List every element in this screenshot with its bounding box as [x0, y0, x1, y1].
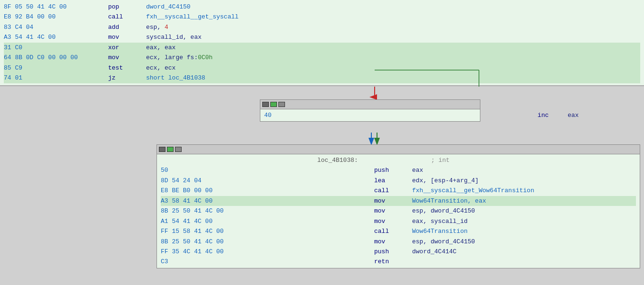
operand: eax, eax	[146, 43, 175, 53]
operand: ecx, ecx	[146, 63, 175, 73]
mnemonic: mov	[108, 32, 146, 42]
mnemonic: mov	[108, 53, 146, 62]
operand: esp, 4	[146, 22, 168, 32]
operand: short loc_4B1038	[146, 73, 205, 83]
hex-bytes: 74 01	[4, 73, 108, 83]
operand: syscall_id, eax	[146, 32, 202, 42]
code-line: 74 01 jz short loc_4B1038	[4, 73, 640, 83]
mnemonic: jz	[108, 73, 146, 83]
top-code-block: 8F 05 50 41 4C 00 pop dword_4C4150 E8 92…	[0, 0, 644, 86]
mnemonic: pop	[108, 2, 146, 12]
code-line: 8B 25 50 41 4C 00 mov esp, dword_4C4150	[161, 206, 636, 216]
code-line: 83 C4 04 add esp, 4	[4, 22, 640, 32]
mid-block-content: 40 inc eax	[260, 109, 480, 121]
operand: dword_4C4150	[146, 2, 191, 12]
bot-block-content: loc_4B1038: ; int 50 push eax 8D 54 24 0…	[157, 154, 640, 268]
code-line: 31 C0 xor eax, eax	[4, 43, 640, 53]
bot-code-block: loc_4B1038: ; int 50 push eax 8D 54 24 0…	[156, 144, 640, 268]
code-line: 8D 54 24 04 lea edx, [esp-4+arg_4]	[161, 176, 636, 186]
code-line: E8 92 B4 00 00 call fxh__syscall__get_sy…	[4, 12, 640, 22]
code-line: 8F 05 50 41 4C 00 pop dword_4C4150	[4, 2, 640, 12]
hex-bytes: A3 54 41 4C 00	[4, 32, 108, 42]
hex-bytes: E8 92 B4 00 00	[4, 12, 108, 22]
hex-bytes: 31 C0	[4, 43, 108, 53]
code-line: loc_4B1038: ; int	[161, 155, 636, 165]
code-line: FF 35 4C 41 4C 00 push dword_4C414C	[161, 247, 636, 257]
mid-block-titlebar	[260, 100, 480, 109]
code-line: 8B 25 50 41 4C 00 mov esp, dword_4C4150	[161, 237, 636, 247]
bot-block-titlebar	[157, 145, 640, 154]
hex-bytes: 85 C9	[4, 63, 108, 73]
code-line: 64 8B 0D C0 00 00 00 mov ecx, large fs:0…	[4, 53, 640, 62]
code-line: 50 push eax	[161, 165, 636, 175]
code-line: FF 15 58 41 4C 00 call Wow64Transition	[161, 226, 636, 236]
window-icon-3	[175, 147, 182, 152]
code-line: C3 retn	[161, 257, 636, 267]
mnemonic: add	[108, 22, 146, 32]
window-icon-1	[159, 147, 166, 152]
hex-bytes: 8F 05 50 41 4C 00	[4, 2, 108, 12]
mid-code-block: 40 inc eax	[260, 99, 480, 122]
window-icon-3	[278, 102, 285, 107]
hex-bytes: 64 8B 0D C0 00 00 00	[4, 53, 108, 62]
operand: ecx, large fs:0C0h	[146, 53, 212, 62]
hex-bytes: 83 C4 04	[4, 22, 108, 32]
window-icon-2	[270, 102, 277, 107]
code-line: E8 BE B0 00 00 call fxh__syscall__get_Wo…	[161, 186, 636, 196]
code-line: A3 58 41 4C 00 mov Wow64Transition, eax	[161, 196, 636, 206]
code-line: 85 C9 test ecx, ecx	[4, 63, 640, 73]
code-line: 40 inc eax	[264, 110, 476, 120]
operand: fxh__syscall__get_syscall	[146, 12, 239, 22]
code-line: A1 54 41 4C 00 mov eax, syscall_id	[161, 216, 636, 226]
mnemonic: call	[108, 12, 146, 22]
code-line: A3 54 41 4C 00 mov syscall_id, eax	[4, 32, 640, 42]
mnemonic: test	[108, 63, 146, 73]
window-icon-1	[262, 102, 269, 107]
mnemonic: xor	[108, 43, 146, 53]
window-icon-2	[167, 147, 174, 152]
